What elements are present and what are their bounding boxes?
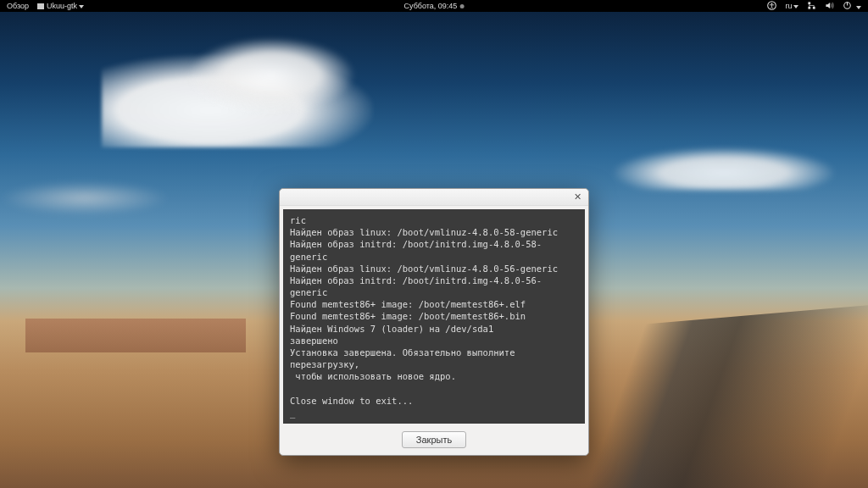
chevron-down-icon	[79, 5, 84, 8]
keyboard-layout-label: ru	[785, 2, 792, 10]
app-menu[interactable]: Ukuu-gtk	[37, 2, 84, 10]
chevron-down-icon	[856, 6, 861, 9]
dialog-titlebar[interactable]: ✕	[280, 189, 588, 206]
accessibility-icon[interactable]	[767, 1, 776, 12]
app-icon	[37, 3, 44, 9]
close-button[interactable]: Закрыть	[402, 431, 466, 448]
terminal-dialog: ✕ ric Найден образ linux: /boot/vmlinuz-…	[279, 188, 589, 456]
app-menu-label: Ukuu-gtk	[47, 2, 77, 10]
clock[interactable]: Суббота, 09:45	[404, 2, 465, 10]
notification-dot-icon	[459, 4, 464, 8]
terminal-output: ric Найден образ linux: /boot/vmlinuz-4.…	[283, 209, 585, 424]
top-panel: Обзор Ukuu-gtk Суббота, 09:45 ru	[0, 0, 868, 12]
power-icon[interactable]	[843, 1, 861, 12]
keyboard-layout[interactable]: ru	[785, 2, 798, 10]
svg-rect-3	[813, 6, 815, 8]
svg-rect-2	[809, 2, 811, 4]
chevron-down-icon	[793, 5, 798, 8]
svg-rect-4	[809, 6, 811, 8]
network-icon[interactable]	[807, 1, 816, 12]
activities-button[interactable]: Обзор	[7, 2, 29, 10]
volume-icon[interactable]	[825, 1, 834, 12]
close-icon[interactable]: ✕	[572, 191, 583, 202]
clock-label: Суббота, 09:45	[404, 2, 458, 10]
svg-point-1	[771, 3, 773, 4]
dialog-footer: Закрыть	[280, 427, 588, 455]
